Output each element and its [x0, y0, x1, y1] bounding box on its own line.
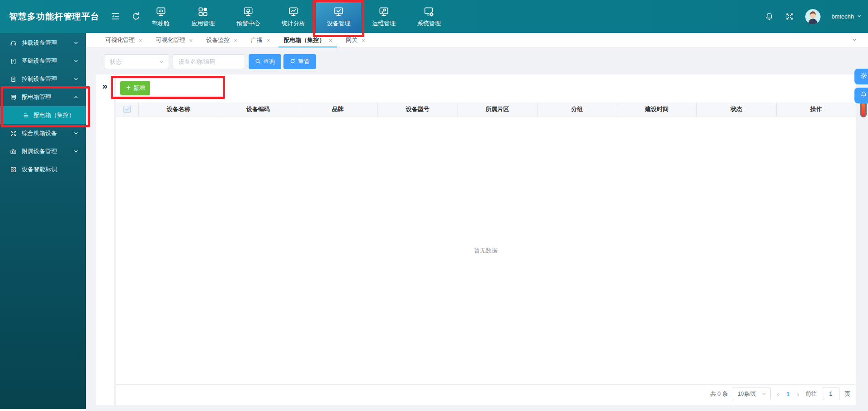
nav-item-预警中心[interactable]: 预警中心 — [226, 0, 271, 33]
add-button[interactable]: 新增 — [120, 81, 150, 95]
statistics-icon — [288, 6, 299, 18]
empty-text: 暂无数据 — [474, 247, 498, 255]
user-menu[interactable]: bmtechh — [831, 13, 862, 20]
page-size-select[interactable]: 10条/页 — [733, 388, 771, 400]
fullscreen-icon[interactable] — [785, 12, 794, 21]
status-select[interactable]: 状态 — [104, 54, 169, 69]
app-logo: 智慧多功能杆管理平台 — [9, 0, 99, 33]
sidebar: 挂载设备管理基础设备管理控制设备管理配电箱管理配电箱（集控）综合机箱设备附属设备… — [0, 33, 86, 409]
close-tab-icon[interactable]: × — [189, 37, 193, 44]
collapse-toggle-icon[interactable]: » — [102, 75, 108, 90]
floating-settings-button[interactable] — [854, 69, 868, 84]
next-page-button[interactable]: › — [796, 390, 801, 398]
table-header-label: 状态 — [731, 105, 742, 113]
close-tab-icon[interactable]: × — [139, 37, 142, 44]
goto-label: 前往 — [806, 390, 817, 398]
close-tab-icon[interactable]: × — [267, 37, 270, 44]
sidebar-item-label: 设备智能标识 — [22, 165, 79, 173]
tab-网关[interactable]: 网关× — [339, 33, 372, 47]
mounted-device-icon — [10, 40, 17, 47]
close-tab-icon[interactable]: × — [329, 37, 332, 44]
sidebar-item-综合机箱设备[interactable]: 综合机箱设备 — [0, 124, 86, 142]
cockpit-icon — [155, 6, 167, 18]
sidebar-item-label: 控制设备管理 — [22, 75, 68, 83]
sidebar-group-配电箱管理: 配电箱管理配电箱（集控） — [0, 88, 86, 124]
nav-item-系统管理[interactable]: 系统管理 — [406, 0, 452, 33]
close-tab-icon[interactable]: × — [234, 37, 237, 44]
integrated-cabinet-icon — [10, 130, 17, 137]
chevron-down-icon — [73, 58, 79, 64]
nav-item-应用管理[interactable]: 应用管理 — [180, 0, 226, 33]
refresh-icon[interactable] — [131, 11, 141, 21]
table-header-label: 品牌 — [332, 105, 344, 113]
nav-item-label: 驾驶舱 — [152, 19, 170, 28]
tab-bar: 可视化管理×可视化管理×设备监控×广播×配电箱（集控）×网关× — [86, 33, 868, 48]
sidebar-item-配电箱管理[interactable]: 配电箱管理 — [0, 88, 86, 106]
search-icon — [255, 58, 261, 65]
current-page[interactable]: 1 — [785, 391, 791, 397]
close-tab-icon[interactable]: × — [362, 37, 365, 44]
table-header-checkbox-cell — [116, 103, 139, 116]
tab-list-chevron-down-icon[interactable] — [851, 37, 858, 43]
tab-广播[interactable]: 广播× — [244, 33, 277, 47]
table-header-label: 分组 — [571, 105, 583, 113]
nav-item-运维管理[interactable]: 运维管理 — [361, 0, 406, 33]
table-header-cell-所属片区[interactable]: 所属片区 — [458, 103, 537, 116]
table-header-row: 设备名称设备编码品牌设备型号所属片区分组建设时间状态操作 — [116, 103, 856, 117]
tab-label: 可视化管理 — [156, 36, 185, 44]
apps-icon — [197, 6, 209, 18]
table-header-cell-设备名称[interactable]: 设备名称 — [139, 103, 218, 116]
nav-item-设备管理[interactable]: 设备管理 — [316, 0, 361, 33]
gear-icon — [860, 72, 868, 81]
table-header-label: 设备编码 — [246, 105, 270, 113]
query-button[interactable]: 查询 — [249, 54, 281, 69]
sidebar-item-设备智能标识[interactable]: 设备智能标识 — [0, 160, 86, 178]
table-header-cell-设备编码[interactable]: 设备编码 — [218, 103, 298, 116]
tab-label: 配电箱（集控） — [283, 36, 325, 44]
sidebar-item-附属设备管理[interactable]: 附属设备管理 — [0, 142, 86, 160]
chevron-down-icon — [73, 131, 79, 136]
tab-设备监控[interactable]: 设备监控× — [199, 33, 244, 47]
nav-item-统计分析[interactable]: 统计分析 — [271, 0, 316, 33]
username: bmtechh — [831, 13, 854, 20]
sidebar-subitem-label: 配电箱（集控） — [33, 111, 86, 119]
nav-item-驾驶舱[interactable]: 驾驶舱 — [141, 0, 180, 33]
collapse-panel-strip: » — [96, 75, 114, 405]
tab-可视化管理[interactable]: 可视化管理× — [99, 33, 149, 47]
select-all-checkbox[interactable] — [123, 106, 131, 113]
pagination-total: 共 0 条 — [710, 390, 728, 398]
notification-bell-icon[interactable] — [764, 12, 774, 21]
reset-button[interactable]: 重置 — [283, 54, 316, 69]
device-management-icon — [333, 6, 344, 18]
table-header-cell-建设时间[interactable]: 建设时间 — [617, 103, 697, 116]
menu-fold-icon[interactable] — [110, 11, 120, 21]
chevron-down-icon — [73, 149, 79, 154]
sidebar-item-控制设备管理[interactable]: 控制设备管理 — [0, 70, 86, 88]
table-header-cell-设备型号[interactable]: 设备型号 — [378, 103, 458, 116]
table-header-cell-操作[interactable]: 操作 — [777, 103, 856, 116]
goto-page-input[interactable] — [822, 388, 840, 400]
avatar[interactable] — [805, 9, 821, 24]
table-header-label: 建设时间 — [645, 105, 669, 113]
top-navigation: 驾驶舱应用管理预警中心统计分析设备管理运维管理系统管理 — [141, 0, 452, 33]
tab-label: 可视化管理 — [105, 36, 135, 44]
sidebar-subitem-配电箱（集控）[interactable]: 配电箱（集控） — [0, 106, 86, 124]
pagination: 共 0 条 10条/页 ‹ 1 › 前往 页 — [710, 388, 850, 400]
tab-可视化管理[interactable]: 可视化管理× — [149, 33, 200, 47]
status-select-placeholder: 状态 — [110, 58, 122, 66]
sidebar-item-基础设备管理[interactable]: 基础设备管理 — [0, 52, 86, 70]
sidebar-item-挂载设备管理[interactable]: 挂载设备管理 — [0, 34, 86, 52]
table-header-cell-状态[interactable]: 状态 — [697, 103, 776, 116]
nav-item-label: 统计分析 — [282, 19, 305, 28]
table-header-label: 设备型号 — [406, 105, 429, 113]
sidebar-item-label: 基础设备管理 — [22, 57, 68, 65]
chevron-down-icon — [73, 76, 79, 82]
attached-device-icon — [10, 148, 17, 155]
floating-notification-button[interactable] — [854, 88, 868, 103]
keyword-input[interactable] — [173, 54, 245, 69]
table-header-cell-分组[interactable]: 分组 — [538, 103, 617, 116]
tab-配电箱（集控）[interactable]: 配电箱（集控）× — [277, 33, 339, 47]
table-header-label: 所属片区 — [486, 105, 509, 113]
table-header-cell-品牌[interactable]: 品牌 — [298, 103, 378, 116]
prev-page-button[interactable]: ‹ — [776, 390, 780, 398]
